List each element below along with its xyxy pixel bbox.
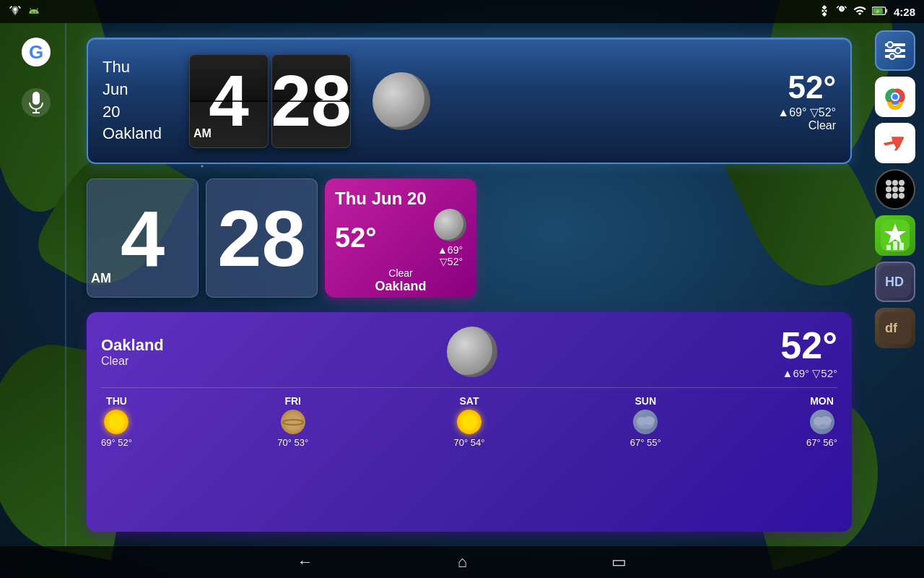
ampm-mid-label: AM	[91, 271, 111, 286]
moon-phase-icon-magenta	[434, 209, 466, 241]
svg-point-18	[892, 94, 898, 100]
svg-point-13	[889, 53, 895, 59]
hd-app-icon[interactable]: HD	[875, 262, 915, 302]
back-button[interactable]: ←	[297, 553, 313, 571]
svg-point-38	[112, 418, 121, 426]
forecast-temps: 67° 56°	[806, 437, 837, 448]
cloudy-icon	[633, 410, 658, 434]
svg-text:HD: HD	[885, 275, 904, 289]
wc-date: Thu Jun 20	[335, 189, 466, 209]
wc-middle: 52° ▲69° ▽52°	[335, 209, 466, 267]
flip-minute-mid[interactable]: 28	[206, 178, 318, 298]
svg-point-53	[640, 428, 643, 431]
forecast-day-name: MON	[810, 395, 834, 407]
svg-point-54	[645, 430, 648, 433]
wc-city: Oakland	[335, 279, 466, 294]
arrow-up-icon: ▲	[777, 106, 789, 118]
plane-app-icon[interactable]	[875, 123, 915, 163]
wp-temp: 52°	[780, 324, 837, 367]
alarm2-icon	[836, 5, 847, 19]
svg-point-20	[886, 180, 892, 186]
ampm-label: AM	[193, 127, 212, 140]
clock-date-num: 20	[103, 101, 175, 124]
forecast-day: SUN 67° 55°	[630, 395, 661, 448]
weather-panel-purple[interactable]: Oakland Clear 52° ▲69° ▽52° THU	[87, 312, 852, 532]
moon-phase-icon-panel	[447, 327, 497, 377]
svg-rect-32	[893, 241, 897, 250]
wc-hilo: ▲69° ▽52°	[437, 244, 463, 267]
forecast-temps: 70° 54°	[454, 437, 485, 448]
svg-point-60	[821, 430, 824, 433]
wc-condition: Clear	[335, 267, 466, 279]
forecast-day: SAT 70° 54°	[454, 395, 485, 448]
svg-point-27	[892, 193, 898, 199]
forecast-day: THU 69° 52°	[101, 395, 132, 448]
svg-point-24	[892, 186, 898, 192]
svg-point-21	[892, 180, 898, 186]
svg-point-52	[643, 416, 655, 425]
wc-temp: 52°	[335, 223, 376, 254]
wifi-icon	[853, 4, 866, 20]
battery-icon: ⚡	[872, 6, 888, 18]
main-content: Thu Jun 20 Oakland AM 4 28 52° ▲69° ▽52°…	[72, 23, 866, 546]
clock-month: Jun	[103, 79, 175, 101]
wp-city: Oakland	[101, 336, 164, 355]
chrome-app-icon[interactable]	[875, 77, 915, 117]
forecast-day: FRI 70° 53°	[277, 395, 308, 448]
forecast-temps: 67° 55°	[630, 437, 661, 448]
forecast-day-name: SAT	[460, 395, 479, 407]
svg-point-43	[288, 418, 298, 428]
sun-icon	[457, 410, 481, 434]
flip-hour: AM 4	[189, 54, 269, 148]
left-sidebar: G	[0, 23, 72, 546]
svg-point-45	[465, 418, 474, 426]
clock-day: Thu	[103, 56, 175, 79]
voice-search-button[interactable]	[22, 88, 51, 117]
clock-widget-top[interactable]: Thu Jun 20 Oakland AM 4 28 52° ▲69° ▽52°…	[87, 38, 852, 164]
svg-point-28	[899, 193, 905, 199]
wp-hilo: ▲69° ▽52°	[780, 367, 837, 380]
android-icon	[27, 5, 40, 18]
status-left-icons	[9, 5, 40, 18]
right-sidebar: HD df	[866, 23, 924, 546]
svg-point-11	[887, 42, 893, 48]
svg-rect-33	[899, 243, 904, 250]
google-search-button[interactable]: G	[22, 38, 51, 66]
clock-hi-lo: ▲69° ▽52°	[777, 105, 836, 119]
svg-point-59	[817, 428, 820, 431]
recents-button[interactable]: ▭	[611, 553, 627, 571]
settings-app-icon[interactable]	[875, 30, 915, 71]
forecast-day: MON 67° 56°	[806, 395, 837, 448]
apps-grid-icon[interactable]	[875, 169, 915, 210]
flip-minute: 28	[271, 54, 351, 148]
wp-condition: Clear	[101, 355, 164, 368]
middle-row: AM 4 28 Thu Jun 20 52° ▲69° ▽52° Clear O…	[87, 178, 852, 298]
moon-phase-icon-top	[372, 72, 430, 130]
svg-rect-31	[886, 245, 891, 250]
clock-city: Oakland	[103, 123, 175, 145]
bluetooth-icon	[819, 5, 830, 19]
flip-hour-mid[interactable]: AM 4	[87, 178, 199, 298]
star-app-icon[interactable]	[875, 215, 915, 256]
cloudy-icon	[810, 410, 834, 434]
svg-point-0	[14, 8, 17, 12]
status-right-icons: ⚡ 4:28	[819, 4, 915, 20]
bottom-nav: ← ⌂ ▭	[0, 546, 924, 578]
df-app-icon[interactable]: df	[875, 308, 915, 348]
home-button[interactable]: ⌂	[458, 553, 467, 571]
clock-temp: 52°	[777, 69, 836, 105]
svg-point-25	[899, 186, 905, 192]
svg-point-58	[820, 416, 832, 425]
flip-clock-top: AM 4 28	[189, 54, 351, 148]
svg-point-23	[886, 186, 892, 192]
wp-location-block: Oakland Clear	[101, 336, 164, 368]
weather-card-magenta[interactable]: Thu Jun 20 52° ▲69° ▽52° Clear Oakland	[325, 178, 476, 298]
svg-rect-5	[32, 92, 40, 105]
status-bar: ⚡ 4:28	[0, 0, 924, 23]
forecast-day-name: SUN	[635, 395, 656, 407]
clock-date: Thu Jun 20 Oakland	[103, 56, 175, 145]
svg-point-61	[826, 428, 829, 431]
clock-weather-right: 52° ▲69° ▽52° Clear	[777, 69, 836, 132]
forecast-day-name: FRI	[284, 395, 301, 407]
weather-panel-top: Oakland Clear 52° ▲69° ▽52°	[101, 324, 837, 380]
